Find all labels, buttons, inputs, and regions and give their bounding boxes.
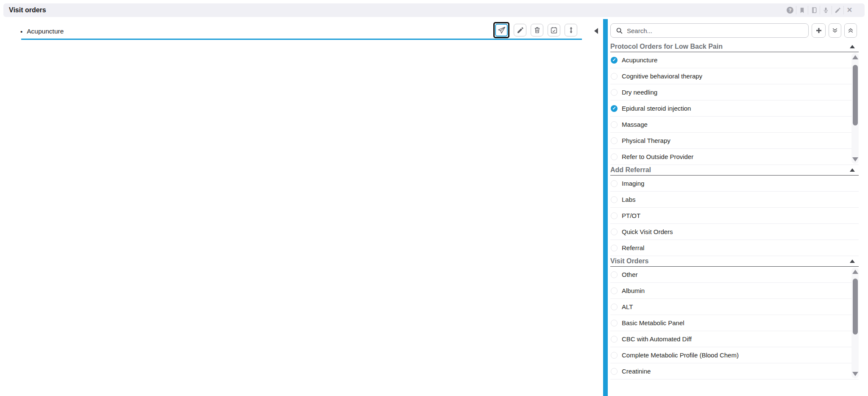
unchecked-icon [611,180,618,187]
list-item[interactable]: Imaging [610,176,859,192]
titlebar-toolbar: ? ✕ [784,6,855,14]
unchecked-icon [611,121,618,128]
panel-search-row [610,23,857,38]
section-header[interactable]: Add Referral [610,165,859,176]
list-item-label: Imaging [622,180,644,187]
action-target-highlight [493,22,509,38]
list-item[interactable]: Referral [610,240,859,256]
scrollbar-thumb[interactable] [853,279,858,335]
list-item-label: Dry needling [622,89,657,96]
panel-collapse-arrow-icon[interactable] [594,28,598,34]
panel-sections: Protocol Orders for Low Back Pain ✓Acupu… [610,42,859,379]
order-item[interactable]: • Acupuncture [20,27,64,36]
list-item-label: ALT [622,303,633,310]
delete-button[interactable] [531,24,543,36]
search-input[interactable] [627,24,808,37]
checked-icon: ✓ [611,57,618,64]
section-title: Visit Orders [610,257,648,265]
scrollbar-thumb[interactable] [853,65,858,125]
scrollbar[interactable] [851,268,859,378]
list-item-label: Physical Therapy [622,137,670,144]
panel-section: Visit Orders OtherAlbuminALTBasic Metabo… [610,256,859,379]
list-item-label: Epidural steroid injection [622,105,691,112]
list-item[interactable]: Quick Visit Orders [610,224,859,240]
unchecked-icon [611,73,618,80]
scroll-up-arrow-icon[interactable] [852,55,858,59]
scroll-down-arrow-icon[interactable] [852,372,858,376]
panel-section: Protocol Orders for Low Back Pain ✓Acupu… [610,42,859,165]
list-item-label: Creatinine [622,368,651,375]
pencil-icon[interactable] [832,6,843,14]
page-title: Visit orders [3,6,46,14]
bullet-icon: • [20,28,22,35]
unchecked-icon [611,153,618,160]
book-icon[interactable] [808,6,820,14]
list-item[interactable]: Cognitive behavioral therapy [610,68,859,84]
unchecked-icon [611,271,618,278]
unchecked-icon [611,245,618,251]
list-item-label: Basic Metabolic Panel [622,319,684,326]
send-button[interactable] [495,24,508,36]
order-item-label: Acupuncture [27,28,64,35]
panel-accent-bar [603,19,608,396]
unchecked-icon [611,320,618,326]
list-item[interactable]: Physical Therapy [610,133,859,149]
list-item-label: Acupuncture [622,56,657,64]
close-icon[interactable]: ✕ [843,6,855,14]
paper-plane-icon [498,26,506,34]
list-item[interactable]: Massage [610,117,859,133]
edit-button[interactable] [514,24,526,36]
section-title: Add Referral [610,166,651,174]
unchecked-icon [611,89,618,96]
list-item[interactable]: Refer to Outside Provider [610,149,859,165]
reorder-button[interactable] [565,24,577,36]
unchecked-icon [611,229,618,235]
list-item-label: Cognitive behavioral therapy [622,73,702,80]
unchecked-icon [611,137,618,144]
list-item[interactable]: Other [610,267,859,283]
trash-icon [534,26,541,34]
unchecked-icon [611,336,618,343]
collapse-triangle-icon [850,259,855,263]
section-header[interactable]: Protocol Orders for Low Back Pain [610,42,859,52]
unchecked-icon [611,196,618,203]
list-item-label: Refer to Outside Provider [622,153,693,160]
list-item[interactable]: CBC with Automated Diff [610,331,859,347]
panel-section: Add Referral ImagingLabsPT/OTQuick Visit… [610,165,859,256]
chevron-double-down-icon [832,27,838,34]
list-item[interactable]: Creatinine [610,363,859,379]
scrollbar[interactable] [851,53,859,164]
list-item[interactable]: Basic Metabolic Panel [610,315,859,331]
scroll-down-arrow-icon[interactable] [852,157,858,162]
list-item-label: Referral [622,244,644,251]
expand-all-button[interactable] [829,23,841,38]
checked-icon: ✓ [611,105,618,112]
section-header[interactable]: Visit Orders [610,256,859,267]
list-item[interactable]: ✓Epidural steroid injection [610,100,859,117]
scroll-up-arrow-icon[interactable] [852,270,858,274]
list-item[interactable]: Albumin [610,283,859,299]
list-item-label: Quick Visit Orders [622,228,673,235]
schedule-button[interactable] [548,24,560,36]
unchecked-icon [611,368,618,375]
help-icon[interactable]: ? [784,6,796,14]
list-item[interactable]: PT/OT [610,208,859,224]
unchecked-icon [611,287,618,294]
list-item[interactable]: Labs [610,192,859,208]
list-item-label: CBC with Automated Diff [622,335,692,343]
list-item[interactable]: ALT [610,299,859,315]
add-button[interactable] [812,23,826,38]
list-item-label: Other [622,271,638,278]
list-item[interactable]: ✓Acupuncture [610,52,859,68]
bookmark-icon[interactable] [796,6,808,14]
list-item-label: Albumin [622,287,645,294]
section-list: OtherAlbuminALTBasic Metabolic PanelCBC … [610,267,859,379]
collapse-all-button[interactable] [844,23,857,38]
list-item[interactable]: Dry needling [610,84,859,100]
list-item[interactable]: Complete Metabolic Profile (Blood Chem) [610,347,859,363]
order-action-bar [493,20,577,40]
list-item-label: Labs [622,196,636,203]
microphone-icon[interactable] [820,6,832,14]
section-list: ImagingLabsPT/OTQuick Visit OrdersReferr… [610,176,859,256]
search-icon [616,27,623,34]
